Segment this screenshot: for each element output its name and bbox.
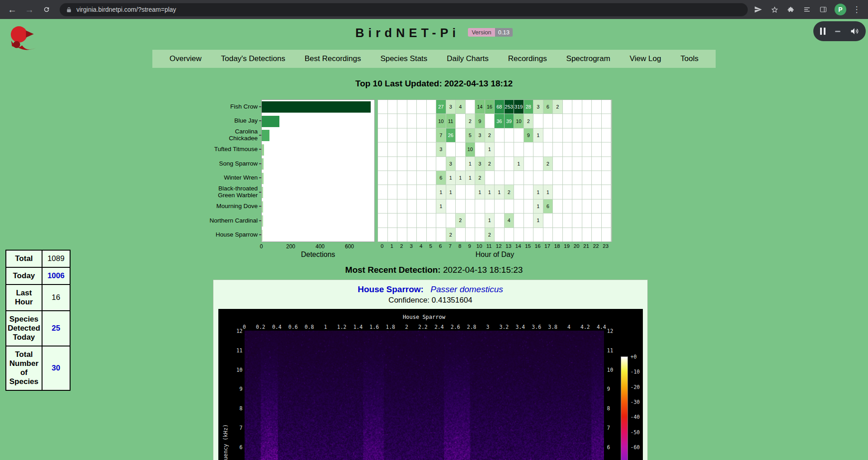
nav-item-today-s-detections[interactable]: Today's Detections [215,50,292,68]
heatmap-cell [553,171,562,185]
heatmap-cell [572,228,582,242]
colorbar-tick: -20 [631,384,640,390]
summary-label: Total [6,250,42,267]
heatmap-cell [417,213,426,227]
spectrogram-y-tick: 12 [607,328,623,334]
detection-bar [262,201,263,213]
heatmap-cell [572,100,582,114]
heatmap-cell [572,128,582,142]
species-label: Tufted Titmouse [206,142,261,157]
recent-confidence: Confidence: 0.41351604 [213,296,647,305]
heatmap-cell: 1 [495,185,504,199]
heatmap-cell [572,213,582,227]
heatmap-cell [436,228,446,242]
heatmap-cell: 39 [505,114,514,128]
heatmap-cell [427,157,436,171]
heatmap-cell [602,185,611,199]
nav-item-daily-charts[interactable]: Daily Charts [440,50,495,68]
browser-reload-icon[interactable] [39,2,54,17]
spectrogram-x-tick: 2.2 [418,324,428,330]
heatmap-cell [563,213,572,227]
heatmap-cell [524,142,533,156]
heatmap-cell: 1 [485,142,495,156]
heatmap-cell [378,185,387,199]
heatmap-cell: 3 [475,128,485,142]
audio-player[interactable] [813,21,866,41]
address-bar[interactable]: virginia.birdnetpi.com/?stream=play [60,3,748,16]
x-tick-label: 23 [601,243,611,250]
x-tick-label: 7 [446,243,455,250]
heatmap-cell [563,100,572,114]
x-tick-label: 3 [407,243,416,250]
heatmap-cell [475,213,485,227]
heatmap-cell: 10 [514,114,524,128]
heatmap-cell: 2 [485,228,495,242]
heatmap-cell [407,228,417,242]
browser-forward-icon[interactable]: → [22,2,37,17]
lock-icon [66,7,72,13]
browser-back-icon[interactable]: ← [5,2,20,17]
heatmap-cell [417,100,426,114]
summary-value[interactable]: 25 [42,311,70,346]
reading-list-icon[interactable] [802,5,812,14]
spectrogram-x-tick: 0.2 [256,324,265,330]
nav-item-overview[interactable]: Overview [163,50,208,68]
heatmap-cell [553,114,562,128]
heatmap-cell [407,157,417,171]
heatmap-cell [495,171,504,185]
heatmap-cell [485,171,495,185]
summary-row: Species Detected Today25 [6,311,70,346]
nav-item-best-recordings[interactable]: Best Recordings [298,50,368,68]
heatmap-cell [602,142,611,156]
detection-bar [262,158,264,170]
audio-seek-slider[interactable] [835,31,840,32]
nav-item-recordings[interactable]: Recordings [502,50,553,68]
nav-item-spectrogram[interactable]: Spectrogram [560,50,617,68]
summary-value[interactable]: 1006 [42,267,70,285]
nav-item-species-stats[interactable]: Species Stats [374,50,434,68]
heatmap-cell: 1 [533,213,543,227]
profile-avatar[interactable]: P [835,4,846,15]
summary-value[interactable]: 30 [42,346,70,390]
heatmap-cell [436,213,446,227]
recent-species-scientific-link[interactable]: Passer domesticus [430,285,503,294]
heatmap-cell [602,128,611,142]
heatmap-cell: 319 [514,100,524,114]
heatmap-cell [495,128,504,142]
heatmap-cell: 1 [436,185,446,199]
species-label-text: House Sparrow [216,232,258,238]
heatmap-cell [553,128,562,142]
send-icon[interactable] [753,5,763,14]
extensions-puzzle-icon[interactable] [786,5,796,14]
heatmap-cell [388,128,397,142]
heatmap-cell [592,213,601,227]
spectrogram-x-tick: 3.4 [515,324,525,330]
nav-item-tools[interactable]: Tools [674,50,705,68]
recent-species-common-link[interactable]: House Sparrow: [358,285,424,294]
spectrogram-x-tick: 3.6 [532,324,541,330]
heatmap-cell [407,114,417,128]
species-label: Winter Wren [206,171,261,185]
top10-heading: Top 10 Last Updated: 2022-04-13 18:12 [152,79,716,89]
browser-menu-icon[interactable]: ⋮ [853,5,861,14]
summary-value: 1089 [42,250,70,267]
summary-row: Total1089 [6,250,70,267]
recent-detection-panel: House Sparrow: Passer domesticus Confide… [213,280,648,460]
spectrogram-x-tick: 1 [324,324,327,330]
heatmap-cell [533,142,543,156]
side-panel-icon[interactable] [818,5,828,14]
heatmap-cell: 3 [446,100,456,114]
heatmap-cell [407,100,417,114]
bookmark-star-icon[interactable] [769,5,779,14]
heatmap-cell [388,100,397,114]
nav-item-view-log[interactable]: View Log [623,50,668,68]
heatmap-cell: 2 [485,157,495,171]
most-recent-heading: Most Recent Detection: 2022-04-13 18:15:… [152,265,716,275]
volume-icon[interactable] [850,27,859,36]
heatmap-cell [495,142,504,156]
pause-icon[interactable] [820,28,826,35]
x-tick-label: 17 [543,243,552,250]
heatmap-cell [524,171,533,185]
heatmap-cell [582,199,592,213]
recent-species-line: House Sparrow: Passer domesticus [213,285,647,294]
